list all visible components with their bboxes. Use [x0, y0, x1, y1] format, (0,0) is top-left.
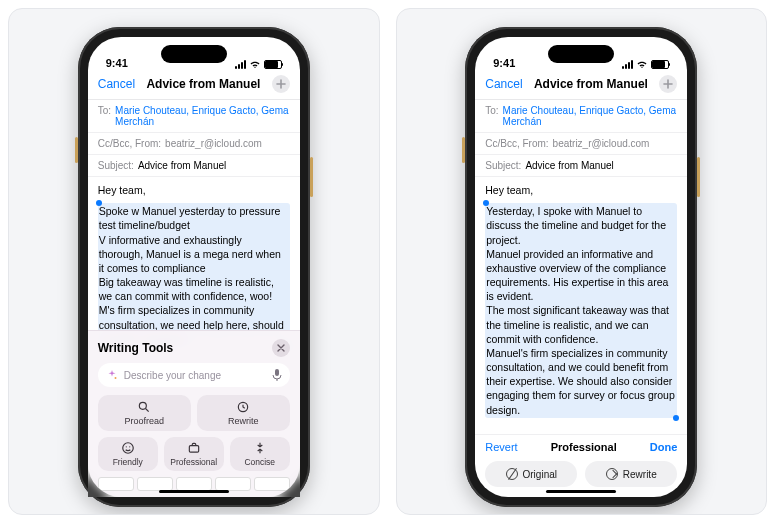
- input-placeholder: Describe your change: [124, 370, 221, 381]
- professional-button[interactable]: Professional: [164, 437, 224, 471]
- svg-point-2: [140, 402, 147, 409]
- proofread-button[interactable]: Proofread: [98, 395, 191, 431]
- dynamic-island: [548, 45, 614, 63]
- to-field[interactable]: To: Marie Chouteau, Enrique Gacto, Gema …: [88, 100, 300, 133]
- selected-text[interactable]: Spoke w Manuel yesterday to pressure tes…: [98, 203, 290, 347]
- cc-label: Cc/Bcc, From:: [98, 138, 161, 149]
- body-text: Spoke w Manuel yesterday to pressure tes…: [99, 205, 284, 345]
- phone-screen: 9:41 Cancel Advice from Manuel To: Marie…: [475, 37, 687, 497]
- battery-icon: [264, 60, 282, 69]
- subject-value: Advice from Manuel: [525, 160, 613, 171]
- subject-label: Subject:: [485, 160, 521, 171]
- to-field[interactable]: To: Marie Chouteau, Enrique Gacto, Gema …: [475, 100, 687, 133]
- wifi-icon: [249, 60, 261, 69]
- body-text: Yesterday, I spoke with Manuel to discus…: [486, 205, 675, 415]
- home-indicator[interactable]: [159, 490, 229, 493]
- add-button[interactable]: [272, 75, 290, 93]
- selection-handle-start[interactable]: [96, 200, 102, 206]
- to-label: To:: [98, 105, 111, 116]
- dynamic-island: [161, 45, 227, 63]
- rewrite-button[interactable]: Rewrite: [585, 461, 677, 487]
- smile-icon: [121, 441, 135, 455]
- describe-change-input[interactable]: Describe your change: [98, 363, 290, 387]
- selection-handle-end[interactable]: [673, 415, 679, 421]
- done-button[interactable]: Done: [650, 441, 678, 453]
- cc-label: Cc/Bcc, From:: [485, 138, 548, 149]
- cc-value: beatriz_r@icloud.com: [165, 138, 262, 149]
- original-button[interactable]: Original: [485, 461, 577, 487]
- phone-screen: 9:41 Cancel Advice from Manuel To: Marie…: [88, 37, 300, 497]
- svg-point-0: [114, 377, 116, 379]
- review-bar: Revert Professional Done Original Rewrit…: [475, 434, 687, 497]
- cc-value: beatriz_r@icloud.com: [553, 138, 650, 149]
- sparkle-icon: [106, 369, 118, 381]
- cancel-button[interactable]: Cancel: [98, 77, 135, 91]
- rewrite-icon: [236, 400, 250, 414]
- email-body[interactable]: Hey team, Yesterday, I spoke with Manuel…: [475, 177, 687, 434]
- subject-value: Advice from Manuel: [138, 160, 226, 171]
- compress-icon: [253, 441, 267, 455]
- original-icon: [506, 468, 518, 480]
- add-button[interactable]: [659, 75, 677, 93]
- rewrite-button[interactable]: Rewrite: [197, 395, 290, 431]
- cancel-button[interactable]: Cancel: [485, 77, 522, 91]
- magnify-icon: [137, 400, 151, 414]
- cellular-icon: [235, 60, 246, 69]
- rewrite-icon: [606, 468, 618, 480]
- subject-label: Subject:: [98, 160, 134, 171]
- svg-rect-7: [189, 446, 198, 452]
- svg-point-6: [129, 446, 130, 447]
- selected-text[interactable]: Yesterday, I spoke with Manuel to discus…: [485, 203, 677, 418]
- to-label: To:: [485, 105, 498, 116]
- cc-field[interactable]: Cc/Bcc, From: beatriz_r@icloud.com: [475, 133, 687, 155]
- to-value: Marie Chouteau, Enrique Gacto, Gema Merc…: [115, 105, 290, 127]
- phone-frame: 9:41 Cancel Advice from Manuel To: Marie…: [78, 27, 310, 507]
- home-indicator[interactable]: [546, 490, 616, 493]
- greeting: Hey team,: [98, 183, 290, 197]
- revert-button[interactable]: Revert: [485, 441, 517, 453]
- panel-left: 9:41 Cancel Advice from Manuel To: Marie…: [8, 8, 380, 515]
- svg-point-5: [125, 446, 126, 447]
- compose-nav: Cancel Advice from Manuel: [88, 71, 300, 100]
- subject-field[interactable]: Subject: Advice from Manuel: [475, 155, 687, 177]
- close-button[interactable]: [272, 339, 290, 357]
- svg-point-4: [123, 443, 134, 454]
- concise-button[interactable]: Concise: [230, 437, 290, 471]
- cc-field[interactable]: Cc/Bcc, From: beatriz_r@icloud.com: [88, 133, 300, 155]
- sheet-title: Writing Tools: [98, 341, 174, 355]
- writing-tools-sheet: Writing Tools Describe your change Proof…: [88, 330, 300, 497]
- mic-icon[interactable]: [272, 368, 282, 382]
- wifi-icon: [636, 60, 648, 69]
- nav-title: Advice from Manuel: [529, 77, 654, 91]
- greeting: Hey team,: [485, 183, 677, 197]
- compose-nav: Cancel Advice from Manuel: [475, 71, 687, 100]
- keyboard-strip: [98, 477, 290, 491]
- to-value: Marie Chouteau, Enrique Gacto, Gema Merc…: [503, 105, 678, 127]
- subject-field[interactable]: Subject: Advice from Manuel: [88, 155, 300, 177]
- battery-icon: [651, 60, 669, 69]
- status-time: 9:41: [106, 57, 128, 69]
- svg-rect-1: [275, 369, 279, 376]
- phone-frame: 9:41 Cancel Advice from Manuel To: Marie…: [465, 27, 697, 507]
- panel-right: 9:41 Cancel Advice from Manuel To: Marie…: [396, 8, 768, 515]
- friendly-button[interactable]: Friendly: [98, 437, 158, 471]
- cellular-icon: [622, 60, 633, 69]
- status-time: 9:41: [493, 57, 515, 69]
- nav-title: Advice from Manuel: [141, 77, 266, 91]
- review-mode-label: Professional: [551, 441, 617, 453]
- briefcase-icon: [187, 441, 201, 455]
